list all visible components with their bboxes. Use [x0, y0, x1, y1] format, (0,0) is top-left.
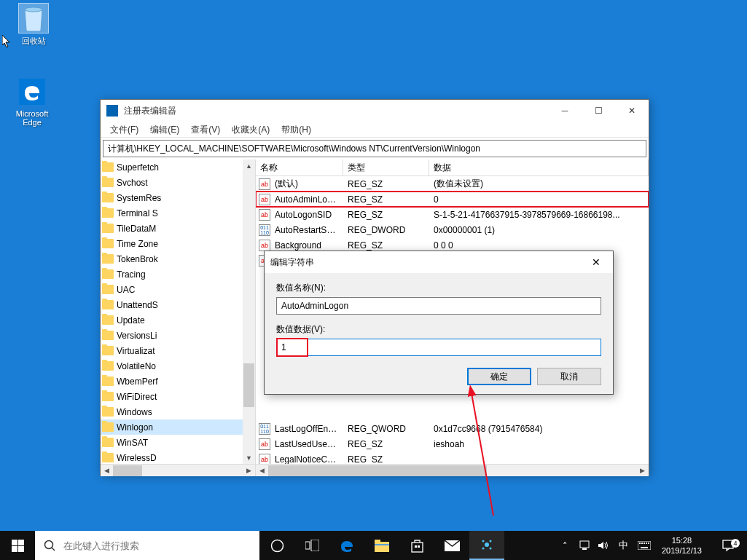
folder-icon — [102, 162, 114, 172]
address-bar[interactable]: 计算机\HKEY_LOCAL_MACHINE\SOFTWARE\Microsof… — [103, 140, 646, 157]
value-row[interactable]: abAutoLogonSIDREG_SZS-1-5-21-4176637915-… — [256, 207, 649, 222]
value-row[interactable]: ab(默认)REG_SZ(数值未设置) — [256, 176, 649, 192]
maximize-button[interactable]: ☐ — [582, 100, 615, 122]
taskbar-mail[interactable] — [434, 531, 469, 560]
value-name: Background — [270, 239, 343, 252]
tree-item-label: WinSAT — [117, 438, 148, 448]
task-view-button[interactable] — [294, 531, 329, 560]
tree-item-tracing[interactable]: Tracing — [101, 267, 245, 282]
value-row[interactable]: abLastUsedUsern...REG_SZieshoah — [256, 436, 649, 451]
value-data-input[interactable] — [276, 339, 601, 356]
tree-item-svchost[interactable]: Svchost — [101, 175, 245, 190]
svg-point-7 — [45, 540, 53, 548]
window-title: 注册表编辑器 — [124, 105, 548, 117]
tree-item-superfetch[interactable]: ›Superfetch — [101, 159, 245, 175]
value-type: REG_SZ — [343, 239, 429, 252]
svg-rect-31 — [648, 543, 649, 544]
svg-rect-28 — [641, 543, 643, 544]
cancel-button[interactable]: 取消 — [537, 368, 601, 385]
value-type: REG_SZ — [343, 178, 429, 191]
taskbar-edge[interactable] — [329, 531, 364, 560]
tree-item-tokenbrok[interactable]: TokenBrok — [101, 251, 245, 267]
folder-icon — [102, 453, 114, 462]
menu-view[interactable]: 查看(V) — [185, 122, 226, 137]
tree-item-winlogon[interactable]: ›Winlogon — [101, 419, 245, 435]
tray-notifications[interactable]: 4 — [712, 539, 744, 552]
close-button[interactable]: ✕ — [615, 100, 649, 122]
value-row[interactable]: abAutoAdminLog...REG_SZ0 — [256, 192, 649, 207]
search-box[interactable] — [35, 531, 259, 560]
svg-rect-32 — [641, 547, 648, 548]
column-data[interactable]: 数据 — [429, 159, 649, 176]
menu-help[interactable]: 帮助(H) — [275, 122, 317, 137]
tree-item-volatileno[interactable]: VolatileNo — [101, 358, 245, 374]
titlebar[interactable]: 注册表编辑器 ─ ☐ ✕ — [101, 100, 649, 122]
svg-rect-30 — [646, 543, 647, 544]
tray-network-icon[interactable] — [577, 531, 592, 560]
tree-item-wirelessd[interactable]: WirelessD — [101, 450, 245, 465]
tray-ime-indicator[interactable]: 中 — [615, 531, 633, 560]
desktop-icon-recycle-bin[interactable]: 回收站 — [12, 3, 55, 47]
folder-icon — [102, 269, 114, 279]
value-name: (默认) — [270, 176, 343, 192]
value-type: REG_DWORD — [343, 224, 429, 237]
search-input[interactable] — [63, 540, 251, 551]
tree-item-wifidirect[interactable]: WiFiDirect — [101, 389, 245, 404]
tree-item-label: SystemRes — [117, 193, 161, 203]
tray-volume-icon[interactable] — [596, 531, 611, 560]
tree-item-tiledatam[interactable]: TileDataM — [101, 221, 245, 236]
tray-keyboard-icon[interactable] — [637, 531, 652, 560]
value-row[interactable]: 011110AutoRestartShellREG_DWORD0x0000000… — [256, 222, 649, 237]
dialog-titlebar[interactable]: 编辑字符串 ✕ — [265, 251, 613, 273]
minimize-button[interactable]: ─ — [548, 100, 582, 122]
horizontal-scrollbar[interactable]: ◀▶ — [256, 464, 649, 476]
value-row[interactable]: 011110LastLogOffEnd...REG_QWORD0x1d7cc96… — [256, 421, 649, 436]
tree-item-unattends[interactable]: UnattendS — [101, 297, 245, 312]
tray-chevron-up-icon[interactable]: ˄ — [558, 531, 573, 560]
tree-item-label: UAC — [117, 285, 135, 295]
menu-edit[interactable]: 编辑(E) — [144, 122, 185, 137]
menubar: 文件(F) 编辑(E) 查看(V) 收藏夹(A) 帮助(H) — [101, 122, 649, 138]
start-button[interactable] — [0, 531, 35, 560]
folder-icon — [102, 193, 114, 202]
svg-rect-15 — [412, 543, 423, 552]
tree-item-terminal s[interactable]: Terminal S — [101, 205, 245, 221]
menu-file[interactable]: 文件(F) — [104, 122, 144, 137]
column-name[interactable]: 名称 — [256, 159, 343, 176]
svg-rect-17 — [418, 545, 420, 548]
horizontal-scrollbar[interactable]: ◀▶ — [101, 464, 255, 476]
tree-item-label: VersionsLi — [117, 331, 157, 341]
tree-item-windows[interactable]: Windows — [101, 404, 245, 419]
ok-button[interactable]: 确定 — [467, 368, 531, 385]
dialog-close-button[interactable]: ✕ — [585, 252, 607, 272]
tree-item-uac[interactable]: UAC — [101, 282, 245, 297]
tree-item-systemres[interactable]: SystemRes — [101, 190, 245, 205]
value-type: REG_SZ — [343, 193, 429, 206]
value-name-input[interactable] — [276, 297, 601, 315]
tree-item-label: Update — [117, 315, 145, 326]
search-icon — [44, 540, 56, 552]
menu-favorites[interactable]: 收藏夹(A) — [226, 122, 275, 137]
tray-clock[interactable]: 15:28 2019/12/13 — [656, 535, 708, 556]
vertical-scrollbar[interactable]: ▲▼ — [243, 159, 255, 464]
taskbar-app-active[interactable] — [469, 531, 504, 560]
column-type[interactable]: 类型 — [343, 159, 429, 176]
tree-item-wbemperf[interactable]: WbemPerf — [101, 374, 245, 389]
tree-item-update[interactable]: Update — [101, 312, 245, 328]
dialog-title: 编辑字符串 — [270, 256, 585, 269]
value-data: S-1-5-21-4176637915-3978579669-16866198.… — [429, 208, 649, 221]
cortana-button[interactable] — [259, 531, 294, 560]
tree-item-virtualizat[interactable]: Virtualizat — [101, 343, 245, 358]
value-name: AutoRestartShell — [270, 224, 343, 237]
taskbar-explorer[interactable] — [364, 531, 399, 560]
tree-item-label: Tracing — [117, 269, 146, 280]
svg-point-0 — [25, 7, 42, 12]
tree-item-winsat[interactable]: WinSAT — [101, 435, 245, 450]
desktop-icon-edge[interactable]: Microsoft Edge — [10, 76, 54, 127]
folder-icon — [102, 407, 114, 417]
tree-item-versionsli[interactable]: VersionsLi — [101, 328, 245, 343]
tree-item-label: Terminal S — [117, 208, 158, 218]
taskbar-store[interactable] — [399, 531, 434, 560]
tree-item-time zone[interactable]: Time Zone — [101, 236, 245, 251]
tree-item-label: UnattendS — [117, 300, 158, 310]
